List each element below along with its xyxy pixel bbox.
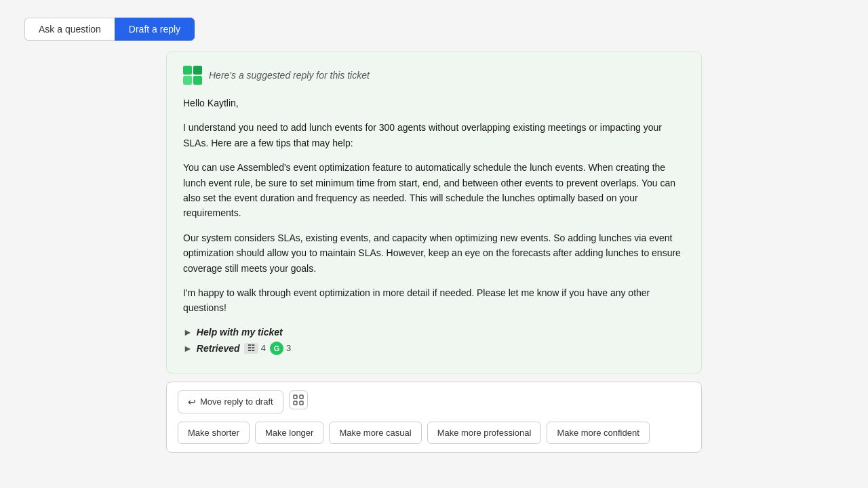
svg-rect-1 bbox=[193, 66, 202, 75]
card-header: Here's a suggested reply for this ticket bbox=[183, 66, 685, 85]
action-bar: ↩ Move reply to draft Make shorter Make … bbox=[166, 382, 702, 453]
move-draft-icon: ↩ bbox=[188, 396, 196, 407]
reply-greeting: Hello Kaytlin, bbox=[183, 96, 685, 110]
reply-body: Hello Kaytlin, I understand you need to … bbox=[183, 96, 685, 316]
reply-paragraph-2: You can use Assembled's event optimizati… bbox=[183, 160, 685, 221]
svg-rect-6 bbox=[294, 401, 297, 405]
reply-paragraph-1: I understand you need to add lunch event… bbox=[183, 120, 685, 150]
make-more-professional-button[interactable]: Make more professional bbox=[427, 422, 542, 444]
svg-rect-2 bbox=[183, 76, 192, 85]
reply-paragraph-4: I'm happy to walk through event optimiza… bbox=[183, 285, 685, 316]
svg-rect-4 bbox=[294, 395, 297, 399]
badge-1-count: 4 bbox=[261, 343, 266, 353]
suggested-reply-label: Here's a suggested reply for this ticket bbox=[209, 70, 370, 81]
reply-paragraph-3: Our system considers SLAs, existing even… bbox=[183, 230, 685, 276]
make-longer-button[interactable]: Make longer bbox=[255, 422, 324, 444]
arrow-icon: ► bbox=[183, 327, 193, 338]
tab-ask-question[interactable]: Ask a question bbox=[24, 18, 115, 41]
main-container: Ask a question Draft a reply Here's a su… bbox=[11, 11, 857, 460]
reply-card: Here's a suggested reply for this ticket… bbox=[166, 52, 702, 373]
tab-draft-reply[interactable]: Draft a reply bbox=[115, 18, 195, 41]
metadata-section: ► Help with my ticket ► Retrieved ☷ 4 G … bbox=[183, 327, 685, 355]
assembled-logo-icon bbox=[183, 66, 202, 85]
make-shorter-button[interactable]: Make shorter bbox=[178, 422, 250, 444]
svg-rect-3 bbox=[193, 76, 202, 85]
help-label: Help with my ticket bbox=[197, 327, 283, 338]
badge-circle-icon: G bbox=[270, 342, 283, 355]
move-to-draft-label: Move reply to draft bbox=[200, 396, 273, 407]
retrieved-row: ► Retrieved ☷ 4 G 3 bbox=[183, 342, 685, 355]
make-more-confident-button[interactable]: Make more confident bbox=[547, 422, 649, 444]
badge-1: ☷ 4 bbox=[244, 343, 266, 354]
tab-bar: Ask a question Draft a reply bbox=[24, 18, 844, 41]
svg-rect-0 bbox=[183, 66, 192, 75]
action-row-top: ↩ Move reply to draft bbox=[178, 390, 690, 413]
svg-rect-5 bbox=[300, 395, 303, 399]
svg-rect-7 bbox=[300, 401, 303, 405]
retrieved-label: Retrieved bbox=[197, 343, 240, 354]
make-more-casual-button[interactable]: Make more casual bbox=[329, 422, 421, 444]
badge-2-count: 3 bbox=[286, 343, 291, 353]
grid-icon bbox=[293, 394, 304, 405]
badge-2: G 3 bbox=[270, 342, 291, 355]
badge-box-icon: ☷ bbox=[244, 343, 258, 354]
help-with-ticket-row: ► Help with my ticket bbox=[183, 327, 685, 338]
move-to-draft-button[interactable]: ↩ Move reply to draft bbox=[178, 390, 283, 413]
retrieved-arrow-icon: ► bbox=[183, 343, 193, 354]
grid-icon-button[interactable] bbox=[289, 390, 308, 409]
action-row-bottom: Make shorter Make longer Make more casua… bbox=[178, 422, 690, 444]
